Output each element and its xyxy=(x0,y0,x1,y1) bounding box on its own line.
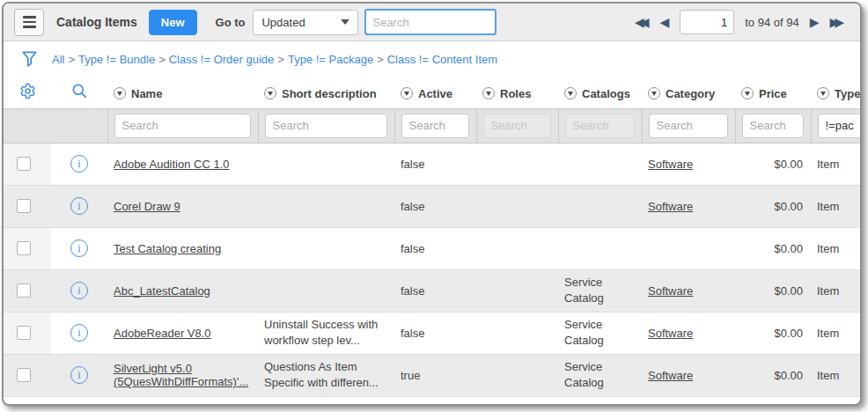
column-menu-icon[interactable] xyxy=(648,87,660,99)
short-description-cell xyxy=(258,143,394,185)
column-menu-icon[interactable] xyxy=(741,87,754,99)
active-cell: false xyxy=(394,312,476,354)
type-cell: Item xyxy=(811,143,862,185)
active-cell: false xyxy=(394,143,476,185)
breadcrumb: All>Type != Bundle>Class != Order guide>… xyxy=(52,53,497,66)
item-name-link[interactable]: AdobeReader V8.0 xyxy=(114,327,211,340)
item-name-link[interactable]: Test Catalog creating xyxy=(114,242,221,255)
info-icon[interactable]: i xyxy=(70,324,88,342)
next-page-icon[interactable]: ▶ xyxy=(810,16,820,28)
table-row: i Adobe Audition CC 1.0 false Software $… xyxy=(4,143,862,185)
gear-icon[interactable] xyxy=(19,83,36,99)
short-description-cell xyxy=(258,185,394,227)
price-cell: $0.00 xyxy=(735,354,811,396)
table-row: i SilverLight v5.0 (5QuesWithDiffFormats… xyxy=(4,354,862,396)
price-cell: $0.00 xyxy=(735,269,811,312)
roles-cell xyxy=(476,143,558,185)
column-header-active[interactable]: Active xyxy=(401,87,452,100)
column-header-short-description[interactable]: Short description xyxy=(264,87,377,100)
type-cell: Item xyxy=(811,312,862,354)
list-window: Catalog Items New Go to Updated ◀◀ ◀ to … xyxy=(2,2,862,406)
column-header-name[interactable]: Name xyxy=(114,87,162,100)
column-menu-icon[interactable] xyxy=(401,87,413,99)
filter-input-price[interactable] xyxy=(742,114,804,138)
filter-input-active[interactable] xyxy=(401,114,469,138)
active-cell: false xyxy=(394,185,476,227)
previous-page-icon[interactable]: ◀ xyxy=(659,16,669,28)
catalogs-cell xyxy=(558,143,642,185)
column-header-price[interactable]: Price xyxy=(741,87,787,100)
row-checkbox[interactable] xyxy=(17,368,31,382)
column-header-catalogs[interactable]: Catalogs xyxy=(564,87,630,100)
page-title: Catalog Items xyxy=(56,15,137,29)
search-icon[interactable] xyxy=(71,83,88,99)
catalogs-cell xyxy=(558,185,642,227)
breadcrumb-link-class-content-item[interactable]: Class != Content Item xyxy=(387,53,497,66)
breadcrumb-link-all[interactable]: All xyxy=(52,53,64,66)
item-name-link[interactable]: Corel Draw 9 xyxy=(114,200,180,213)
goto-label: Go to xyxy=(216,16,246,29)
short-description-cell xyxy=(258,269,394,312)
breadcrumb-link-class-order-guide[interactable]: Class != Order guide xyxy=(169,53,275,66)
goto-select[interactable]: Updated xyxy=(253,10,358,35)
category-link[interactable]: Software xyxy=(648,200,693,213)
item-name-link[interactable]: SilverLight v5.0 (5QuesWithDiffFormats)'… xyxy=(114,362,248,388)
goto-search-input[interactable] xyxy=(364,9,497,35)
item-name-link[interactable]: Abc_LatestCatalog xyxy=(114,284,210,298)
filter-input-roles xyxy=(483,114,551,138)
short-description-cell: Uninstall Success with workflow step lev… xyxy=(258,312,394,354)
page-number-input[interactable] xyxy=(680,10,734,34)
menu-button[interactable] xyxy=(14,9,44,36)
column-menu-icon[interactable] xyxy=(482,87,495,99)
filter-input-category[interactable] xyxy=(649,114,728,138)
filter-input-catalogs xyxy=(565,114,635,138)
column-menu-icon[interactable] xyxy=(114,87,126,99)
last-page-icon[interactable]: ▶▶ xyxy=(829,16,844,28)
column-menu-icon[interactable] xyxy=(564,87,577,99)
row-checkbox[interactable] xyxy=(17,283,31,298)
info-icon[interactable]: i xyxy=(70,282,88,299)
active-cell: false xyxy=(394,269,476,312)
price-cell: $0.00 xyxy=(735,143,811,185)
first-page-icon[interactable]: ◀◀ xyxy=(635,16,650,28)
type-cell: Item xyxy=(811,227,862,269)
row-checkbox[interactable] xyxy=(17,199,31,213)
hamburger-icon xyxy=(23,16,36,28)
column-header-roles[interactable]: Roles xyxy=(482,87,531,100)
column-menu-icon[interactable] xyxy=(264,87,276,99)
active-cell: false xyxy=(394,227,476,269)
type-cell: Item xyxy=(811,185,862,227)
row-checkbox[interactable] xyxy=(17,241,31,255)
new-button[interactable]: New xyxy=(149,10,197,35)
roles-cell xyxy=(476,185,558,227)
pagination: ◀◀ ◀ to 94 of 94 ▶ ▶▶ xyxy=(635,10,844,34)
info-icon[interactable]: i xyxy=(70,366,88,384)
info-icon[interactable]: i xyxy=(70,239,88,257)
column-menu-icon[interactable] xyxy=(817,87,829,99)
category-link[interactable]: Software xyxy=(648,327,693,340)
table-row: i Corel Draw 9 false Software $0.00 Item xyxy=(4,185,862,227)
category-link[interactable]: Software xyxy=(648,158,693,171)
catalog-items-table: Name Short description Active Roles Cata… xyxy=(4,77,862,397)
catalogs-cell xyxy=(558,227,642,269)
catalogs-cell: Service Catalog xyxy=(558,354,642,396)
filter-input-short-description[interactable] xyxy=(265,114,387,138)
breadcrumb-link-type-bundle[interactable]: Type != Bundle xyxy=(78,53,155,66)
column-header-type[interactable]: Type xyxy=(817,87,860,100)
short-description-cell: Questions As Item Specific with differen… xyxy=(258,354,394,396)
roles-cell xyxy=(476,354,558,396)
info-icon[interactable]: i xyxy=(70,155,88,173)
breadcrumb-link-type-package[interactable]: Type != Package xyxy=(288,53,373,66)
price-cell: $0.00 xyxy=(735,227,811,269)
filter-input-name[interactable] xyxy=(114,114,251,138)
filter-icon[interactable] xyxy=(22,51,37,68)
row-checkbox[interactable] xyxy=(17,326,31,340)
category-link[interactable]: Software xyxy=(648,369,693,382)
active-cell: true xyxy=(394,354,476,396)
info-icon[interactable]: i xyxy=(70,197,88,215)
filter-input-type[interactable] xyxy=(818,114,863,138)
row-checkbox[interactable] xyxy=(17,157,31,171)
item-name-link[interactable]: Adobe Audition CC 1.0 xyxy=(114,158,230,171)
category-link[interactable]: Software xyxy=(648,284,693,298)
column-header-category[interactable]: Category xyxy=(648,87,715,100)
